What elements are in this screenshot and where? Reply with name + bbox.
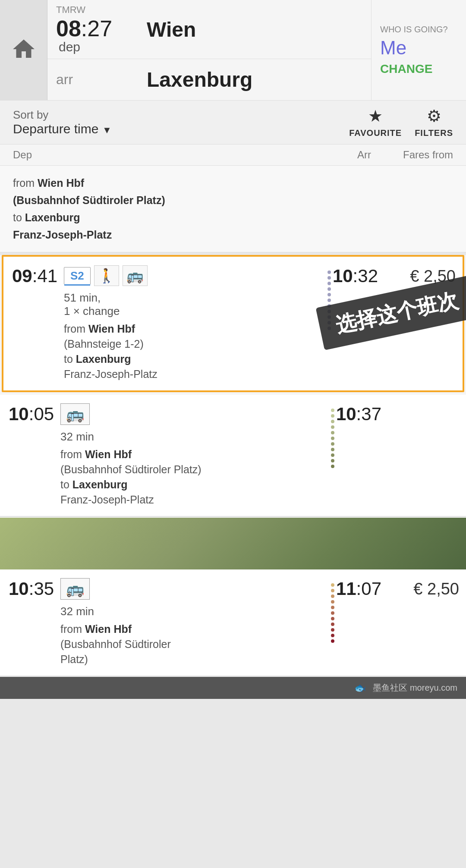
walk-icon: 🚶: [94, 265, 119, 286]
trip-from-0941: from Wien Hbf (Bahnsteige 1-2): [64, 321, 320, 352]
favourite-button[interactable]: ★ FAVOURITE: [349, 107, 402, 138]
s2-badge: S2: [64, 267, 91, 285]
departure-suffix: dep: [59, 40, 80, 54]
dot: [331, 425, 334, 429]
gear-icon: ⚙: [427, 107, 441, 126]
favourite-label: FAVOURITE: [349, 128, 402, 138]
trip-row[interactable]: 10:05 🚌 32 min from Wien Hbf (Busbahnhof…: [0, 395, 466, 517]
dot: [327, 304, 331, 308]
route-info-text: from Wien Hbf (Busbahnhof Südtiroler Pla…: [13, 174, 453, 243]
trip-route-1035: 🚌 32 min from Wien Hbf (Busbahnhof Südti…: [56, 569, 328, 676]
dot: [331, 589, 334, 592]
dot: [331, 623, 334, 626]
dot: [327, 299, 331, 302]
filters-label: FILTERS: [415, 128, 453, 138]
journey-info: TMRW 08:27 dep Wien arr Laxenburg: [47, 0, 371, 100]
watermark-fish-icon: 🐟: [354, 682, 366, 694]
trip-to-0941: to Laxenburg Franz-Joseph-Platz: [64, 352, 320, 382]
trip-list: 09:41 S2 🚶 🚌 51 min, 1 × change from Wie…: [0, 255, 466, 676]
sort-value[interactable]: Departure time: [13, 122, 98, 136]
route-col-header: [69, 149, 315, 161]
dot: [331, 448, 334, 451]
trip-route-1005: 🚌 32 min from Wien Hbf (Busbahnhof Südti…: [56, 395, 328, 516]
dot: [331, 409, 334, 412]
trip-dep-0941: 09:41: [3, 257, 60, 390]
fare-price-0941: € 2,50: [410, 267, 456, 286]
sort-actions: ★ FAVOURITE ⚙ FILTERS: [349, 107, 453, 138]
dot: [331, 594, 334, 598]
dot: [331, 414, 334, 418]
traveler-name: Me: [380, 37, 406, 59]
arr-time-0941: 10:32: [333, 267, 378, 285]
dot: [331, 639, 334, 643]
trip-to-1005: to Laxenburg Franz-Joseph-Platz: [60, 477, 324, 507]
dot: [331, 611, 334, 615]
dot: [331, 453, 334, 457]
sort-by-section: Sort by Departure time ▼: [13, 108, 112, 136]
dot: [327, 327, 331, 330]
trip-fares-0941: € 2,50: [381, 257, 463, 390]
route-info-pre-0941: from Wien Hbf (Busbahnhof Südtiroler Pla…: [0, 166, 466, 252]
trip-route-0941: S2 🚶 🚌 51 min, 1 × change from Wien Hbf …: [60, 257, 324, 390]
trip-arr-0941: 10:32: [324, 257, 381, 390]
dot: [327, 282, 331, 285]
dot: [331, 431, 334, 434]
dot: [331, 600, 334, 604]
dropdown-arrow-icon[interactable]: ▼: [102, 125, 112, 135]
departure-time: 08:27: [56, 16, 112, 41]
dot: [327, 270, 331, 274]
watermark-bar: 🐟 墨鱼社区 moreyu.com: [0, 677, 466, 699]
dot: [327, 321, 331, 324]
dot: [331, 634, 334, 637]
home-button[interactable]: [0, 0, 47, 100]
trip-arr-1035: 11:07: [328, 569, 384, 676]
filters-button[interactable]: ⚙ FILTERS: [415, 107, 453, 138]
dep-col-header: Dep: [13, 149, 69, 161]
home-icon: [11, 36, 37, 64]
dot: [331, 606, 334, 609]
transport-icons-1005: 🚌: [60, 403, 324, 425]
timeline-dots-0941: [326, 267, 333, 333]
arrival-label-col: arr: [56, 72, 142, 88]
dot: [331, 583, 334, 587]
dot: [327, 287, 331, 291]
photo-strip: [0, 518, 466, 569]
departure-time-col: TMRW 08:27 dep: [56, 4, 142, 54]
table-header: Dep Arr Fares from: [0, 145, 466, 166]
sort-by-label: Sort by: [13, 108, 48, 121]
dot: [331, 442, 334, 446]
watermark-text: 墨鱼社区 moreyu.com: [373, 682, 457, 694]
arrival-row: arr Laxenburg: [47, 59, 371, 100]
who-is-going-label: WHO IS GOING?: [380, 25, 448, 35]
fare-price-1035: € 2,50: [413, 580, 459, 598]
departure-station: Wien: [147, 18, 196, 41]
trip-from-1035: from Wien Hbf (Busbahnhof Südtiroler Pla…: [60, 622, 324, 667]
dep-time-1005: 10:05: [9, 405, 54, 423]
trip-duration-1005: 32 min: [60, 430, 324, 443]
change-button[interactable]: CHANGE: [380, 62, 432, 76]
dep-time-1035: 10:35: [9, 580, 54, 598]
dot: [327, 310, 331, 313]
timeline-dots-1035: [329, 580, 336, 646]
arr-time-1035: 11:07: [336, 580, 381, 598]
trip-row[interactable]: 09:41 S2 🚶 🚌 51 min, 1 × change from Wie…: [2, 255, 464, 392]
arrival-station: Laxenburg: [147, 68, 252, 91]
dot: [331, 465, 334, 468]
trip-arr-1005: 10:37: [328, 395, 384, 516]
fares-col-header: Fares from: [371, 149, 453, 161]
dot: [331, 628, 334, 632]
bus-icon: 🚌: [60, 578, 90, 600]
dot: [331, 459, 334, 462]
trip-fares-1035: € 2,50: [384, 569, 466, 676]
bus-icon: 🚌: [60, 403, 90, 425]
transport-icons-1035: 🚌: [60, 578, 324, 600]
trip-dep-1035: 10:35: [0, 569, 56, 676]
trip-duration-1035: 32 min: [60, 605, 324, 618]
trip-row[interactable]: 10:35 🚌 32 min from Wien Hbf (Busbahnhof…: [0, 569, 466, 676]
dot: [331, 437, 334, 440]
departure-label: TMRW: [56, 4, 142, 16]
timeline-dots-1005: [329, 405, 336, 472]
header: TMRW 08:27 dep Wien arr Laxenburg WHO IS…: [0, 0, 466, 101]
trip-from-1005: from Wien Hbf (Busbahnhof Südtiroler Pla…: [60, 447, 324, 477]
arr-time-1005: 10:37: [336, 405, 381, 423]
